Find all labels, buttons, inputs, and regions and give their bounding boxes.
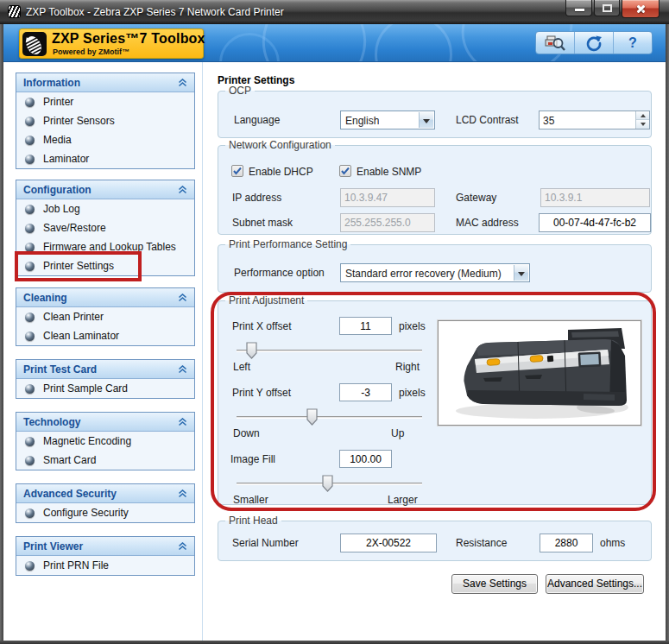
brand-title: ZXP Series™7 Toolbox xyxy=(52,31,205,47)
collapse-chevron-icon xyxy=(178,542,187,551)
sidebar-item-print-sample-card[interactable]: Print Sample Card xyxy=(16,379,194,398)
window-border xyxy=(666,24,669,644)
sidebar-section-cleaning: Cleaning Clean Printer Clean Laminator xyxy=(16,287,195,346)
sidebar-item-printer-settings[interactable]: Printer Settings xyxy=(16,256,194,275)
print-x-offset-slider-thumb[interactable] xyxy=(246,342,257,359)
sidebar-item-clean-laminator[interactable]: Clean Laminator xyxy=(16,326,194,345)
bullet-icon xyxy=(25,136,35,145)
help-button[interactable]: ? xyxy=(613,32,652,54)
sidebar-item-job-log[interactable]: Job Log xyxy=(16,199,194,218)
section-header-advanced-security[interactable]: Advanced Security xyxy=(16,484,194,503)
collapse-chevron-icon xyxy=(178,418,187,426)
group-label: OCP xyxy=(225,85,255,98)
language-dropdown[interactable]: English xyxy=(340,110,435,129)
x-unit-label: pixels xyxy=(399,320,426,332)
dropdown-arrow-icon[interactable] xyxy=(514,265,528,281)
enable-dhcp-checkbox[interactable] xyxy=(231,165,243,177)
resistance-unit-label: ohms xyxy=(600,537,625,549)
bullet-icon xyxy=(25,98,35,107)
gateway-field[interactable] xyxy=(540,188,650,207)
sidebar-item-save-restore[interactable]: Save/Restore xyxy=(16,218,194,237)
sidebar-item-printer-sensors[interactable]: Printer Sensors xyxy=(16,111,194,130)
bullet-icon xyxy=(25,384,35,394)
section-header-information[interactable]: Information xyxy=(16,73,194,92)
bullet-icon xyxy=(25,243,35,252)
section-header-print-test-card[interactable]: Print Test Card xyxy=(16,360,194,379)
sidebar-section-print-viewer: Print Viewer Print PRN File xyxy=(16,536,195,576)
ip-address-field[interactable] xyxy=(340,188,435,207)
printer-illustration-icon xyxy=(439,321,641,425)
print-x-offset-slider-track[interactable] xyxy=(237,350,422,352)
window-close-button[interactable] xyxy=(622,0,660,18)
print-x-offset-field[interactable] xyxy=(339,317,392,335)
section-header-print-viewer[interactable]: Print Viewer xyxy=(16,537,194,556)
group-label: Print Head xyxy=(225,515,281,527)
content-area: Information Printer Printer Sensors Medi… xyxy=(3,62,666,641)
window-maximize-button[interactable] xyxy=(594,0,620,16)
printer-photo xyxy=(438,320,641,426)
zebra-app-icon xyxy=(8,5,21,18)
section-header-configuration[interactable]: Configuration xyxy=(16,180,194,199)
bullet-icon xyxy=(25,262,35,271)
check-icon xyxy=(340,166,350,176)
sidebar-item-magnetic-encoding[interactable]: Magnetic Encoding xyxy=(16,432,194,451)
enable-snmp-label: Enable SNMP xyxy=(357,166,421,178)
bullet-icon xyxy=(25,117,35,126)
find-printer-button[interactable] xyxy=(536,32,574,54)
print-y-offset-field[interactable] xyxy=(339,383,392,401)
refresh-button[interactable] xyxy=(574,32,613,54)
resistance-field[interactable] xyxy=(540,534,593,552)
ip-address-label: IP address xyxy=(232,192,281,204)
group-print-performance: Print Performance Setting Performance op… xyxy=(218,244,652,293)
spinner-up-icon[interactable] xyxy=(636,111,649,120)
performance-option-dropdown[interactable]: Standard error recovery (Medium) xyxy=(340,263,530,282)
advanced-settings-button[interactable]: Advanced Settings... xyxy=(546,574,644,594)
image-fill-field[interactable] xyxy=(339,450,392,468)
enable-snmp-checkbox[interactable] xyxy=(339,165,351,177)
sidebar-item-configure-security[interactable]: Configure Security xyxy=(16,503,194,522)
collapse-chevron-icon xyxy=(178,79,187,87)
section-header-cleaning[interactable]: Cleaning xyxy=(16,288,194,307)
group-network-configuration: Network Configuration Enable DHCP Enable… xyxy=(218,145,652,235)
sidebar-item-print-prn-file[interactable]: Print PRN File xyxy=(16,556,194,575)
resistance-label: Resistance xyxy=(456,537,507,549)
image-fill-slider-thumb[interactable] xyxy=(322,475,333,492)
bullet-icon xyxy=(25,155,35,164)
sidebar-section-configuration: Configuration Job Log Save/Restore Firmw… xyxy=(16,180,195,276)
sidebar-item-printer[interactable]: Printer xyxy=(16,92,194,111)
window-minimize-button[interactable] xyxy=(565,0,592,16)
sidebar-item-media[interactable]: Media xyxy=(16,130,194,149)
serial-number-label: Serial Number xyxy=(232,537,299,549)
spinner-down-icon[interactable] xyxy=(636,120,649,129)
section-header-technology[interactable]: Technology xyxy=(16,413,194,432)
brand-badge: ZXP Series™7 Toolbox Powered by ZMotif™ xyxy=(19,28,204,59)
subnet-mask-field[interactable] xyxy=(340,213,435,232)
dropdown-arrow-icon[interactable] xyxy=(419,112,433,128)
save-settings-button[interactable]: Save Settings xyxy=(451,574,538,594)
title-bar: ZXP Toolbox - Zebra ZXP Series 7 Network… xyxy=(0,0,669,24)
collapse-chevron-icon xyxy=(178,294,187,302)
sidebar-item-firmware-and-lookup-tables[interactable]: Firmware and Lookup Tables xyxy=(16,237,194,256)
find-printer-icon xyxy=(545,35,565,52)
app-window: ZXP Toolbox - Zebra ZXP Series 7 Network… xyxy=(0,0,669,644)
print-x-offset-label: Print X offset xyxy=(232,320,291,332)
bullet-icon xyxy=(25,508,35,518)
sidebar-section-information: Information Printer Printer Sensors Medi… xyxy=(16,73,195,169)
sidebar-item-laminator[interactable]: Laminator xyxy=(16,149,194,168)
performance-option-label: Performance option xyxy=(234,267,325,279)
x-max-label: Right xyxy=(395,361,420,373)
bullet-icon xyxy=(25,205,35,214)
mac-address-field[interactable] xyxy=(539,213,651,232)
print-y-offset-slider-track[interactable] xyxy=(237,416,422,419)
lcd-contrast-stepper[interactable]: 35 xyxy=(539,110,650,129)
sidebar-item-smart-card[interactable]: Smart Card xyxy=(16,451,194,470)
sidebar-item-clean-printer[interactable]: Clean Printer xyxy=(16,307,194,326)
serial-number-field[interactable] xyxy=(340,534,437,552)
check-icon xyxy=(232,166,243,176)
collapse-chevron-icon xyxy=(178,489,187,498)
group-label: Print Performance Setting xyxy=(225,238,350,251)
group-print-adjustment: Print Adjustment Print X offset pixels L… xyxy=(218,300,652,505)
print-y-offset-slider-thumb[interactable] xyxy=(306,408,318,426)
sidebar-divider xyxy=(202,62,203,641)
group-print-head: Print Head Serial Number Resistance ohms xyxy=(218,521,652,561)
